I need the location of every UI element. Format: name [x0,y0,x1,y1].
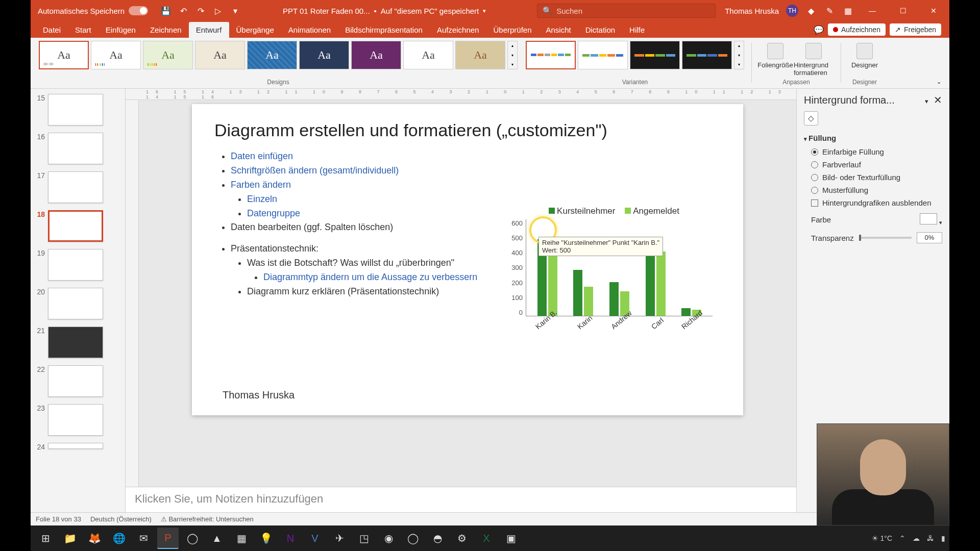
slide-thumbnails-pane[interactable]: 15 16 17 18 19 20 21 22 23 24 [31,89,126,512]
chart-plot-area[interactable]: Reihe "Kursteilnehmer" Punkt "Karin B." … [526,219,713,316]
app-icon[interactable]: ▦ [231,528,252,549]
design-theme[interactable]: Aa [403,41,453,69]
design-theme[interactable]: Aa [299,41,349,69]
user-avatar[interactable]: TH [786,5,798,17]
telegram-icon[interactable]: ✈ [329,528,350,549]
fill-tab-icon[interactable]: ◇ [804,111,818,126]
tray-chevron-icon[interactable]: ⌃ [899,534,905,542]
record-button[interactable]: Aufzeichnen [828,23,886,36]
transparency-value[interactable]: 0% [917,232,942,243]
slide-thumbnail[interactable] [48,443,103,449]
weather-widget[interactable]: ☀ 1°C [872,534,892,542]
design-theme[interactable]: Aa [39,41,89,69]
slide-thumbnail-selected[interactable] [48,210,103,242]
chart-bar[interactable] [646,248,655,316]
tray-battery-icon[interactable]: ▮ [941,534,945,542]
file-name[interactable]: PPT 01 Roter Faden 00... [283,7,370,15]
designs-more[interactable]: ▴▾▾ [507,41,518,69]
accessibility-check[interactable]: ⚠ Barrierefreiheit: Untersuchen [161,515,254,523]
onenote-icon[interactable]: N [280,528,301,549]
color-picker[interactable] [920,213,937,224]
chart-bar[interactable] [573,270,582,316]
design-theme[interactable]: Aa [143,41,193,69]
toggle-switch[interactable] [129,6,148,15]
tab-ansicht[interactable]: Ansicht [539,22,578,38]
slide-counter[interactable]: Folie 18 von 33 [36,515,81,523]
powerpoint-icon[interactable]: P [157,528,179,549]
variant-theme[interactable] [578,41,628,69]
chart-bar[interactable] [548,252,557,316]
comments-icon[interactable]: 💬 [814,25,824,35]
app-icon[interactable]: ◉ [378,528,399,549]
outlook-icon[interactable]: ✉ [133,528,154,549]
tab-start[interactable]: Start [68,22,99,38]
variant-theme[interactable] [630,41,680,69]
autosave-toggle[interactable]: Automatisches Speichern [38,6,148,15]
fill-option-solid[interactable]: Einfarbige Füllung [811,145,942,158]
tab-datei[interactable]: Datei [36,22,68,38]
variants-more[interactable]: ▴▾▾ [734,41,744,69]
design-theme[interactable]: Aa [351,41,401,69]
tab-dictation[interactable]: Dictation [578,22,622,38]
diamond-icon[interactable]: ◆ [805,5,817,16]
maximize-button[interactable]: ☐ [891,0,915,21]
slide-thumbnail[interactable] [48,94,103,126]
slide-title[interactable]: Diagramm erstellen und formatieren („cus… [214,120,721,140]
collapse-ribbon-icon[interactable]: ⌄ [934,76,944,88]
start-button[interactable]: ⊞ [35,528,56,549]
app-icon[interactable]: V [304,528,326,549]
app-icon[interactable]: ◓ [427,528,448,549]
chart-bar[interactable] [656,252,666,316]
tab-hilfe[interactable]: Hilfe [622,22,652,38]
app-icon[interactable]: ◯ [402,528,424,549]
slide-thumbnail[interactable] [48,365,103,397]
present-icon[interactable]: ▷ [212,5,224,16]
slide-size-button[interactable]: Foliengröße [759,41,792,77]
slide-thumbnail[interactable] [48,133,103,164]
slide-thumbnail[interactable] [48,288,103,319]
fill-option-picture[interactable]: Bild- oder Texturfüllung [811,171,942,184]
tab-ueberpruefen[interactable]: Überprüfen [486,22,538,38]
fill-option-gradient[interactable]: Farbverlauf [811,158,942,171]
design-theme[interactable]: Aa [195,41,245,69]
excel-icon[interactable]: X [476,528,497,549]
chart-bar[interactable] [584,287,593,316]
chart-bar[interactable] [609,282,619,316]
tab-aufzeichnen[interactable]: Aufzeichnen [430,22,486,38]
chrome-icon[interactable]: 🌐 [108,528,130,549]
app-icon[interactable]: ◳ [353,528,375,549]
share-button[interactable]: ↗Freigeben [890,23,941,36]
slide-thumbnail[interactable] [48,171,103,203]
close-button[interactable]: ✕ [922,0,945,21]
tab-zeichnen[interactable]: Zeichnen [143,22,189,38]
variant-theme[interactable] [682,41,732,69]
settings-icon[interactable]: ⚙ [451,528,473,549]
fill-section-header[interactable]: Füllung [804,131,942,145]
hide-bg-checkbox[interactable]: Hintergrundgrafiken ausblenden [811,196,942,209]
user-name[interactable]: Thomas Hruska [725,7,779,15]
firefox-icon[interactable]: 🦊 [84,528,105,549]
tab-uebergaenge[interactable]: Übergänge [229,22,281,38]
vlc-icon[interactable]: ▲ [206,528,228,549]
notes-pane[interactable]: Klicken Sie, um Notizen hinzuzufügen [126,487,796,512]
variant-theme[interactable] [526,41,576,69]
designer-button[interactable]: Designer [848,41,881,69]
design-theme[interactable]: Aa [91,41,141,69]
save-icon[interactable]: 💾 [160,5,172,16]
app-icon[interactable]: 💡 [255,528,277,549]
pane-close-icon[interactable]: ✕ [934,94,942,106]
chart-bar[interactable] [681,308,691,316]
transparency-slider[interactable] [859,237,912,239]
language-indicator[interactable]: Deutsch (Österreich) [90,515,152,523]
pen-icon[interactable]: ✎ [824,5,835,16]
app-icon[interactable]: ◯ [182,528,203,549]
chart[interactable]: Kursteilnehmer Angemeldet 60050040030020… [508,206,713,339]
design-theme[interactable]: Aa [247,41,297,69]
slide-canvas[interactable]: Diagramm erstellen und formatieren („cus… [192,104,743,415]
format-background-button[interactable]: Hintergrund formatieren [794,41,834,77]
bar-group[interactable] [646,248,666,316]
slide-thumbnail[interactable] [48,327,103,358]
more-icon[interactable]: ▾ [230,5,241,16]
redo-icon[interactable]: ↷ [195,5,206,16]
pane-collapse-icon[interactable]: ▾ [925,97,928,105]
